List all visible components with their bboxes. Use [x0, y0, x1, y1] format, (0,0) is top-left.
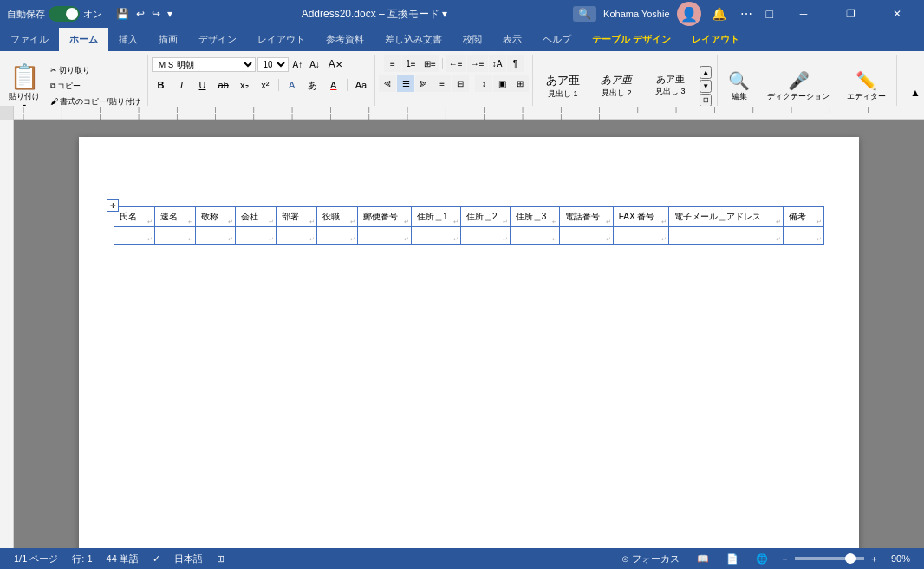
- style-scroll-up-button[interactable]: ▲: [700, 66, 712, 79]
- justify-low-button[interactable]: ⊟: [452, 75, 469, 92]
- share-icon[interactable]: 🔔: [708, 5, 730, 23]
- ribbon-toggle-icon[interactable]: ⋯: [737, 5, 756, 23]
- justify-button[interactable]: ≡: [433, 75, 451, 92]
- undo-qat-button[interactable]: ↩: [133, 6, 148, 22]
- user-avatar[interactable]: 👤: [677, 2, 701, 26]
- page-count[interactable]: 1/1 ページ: [7, 553, 65, 566]
- document-table[interactable]: 氏名速名敬称会社部署役職郵便番号住所＿1住所＿2住所＿3電話番号FAX 番号電子…: [114, 206, 824, 245]
- style-heading3[interactable]: あア亜 見出し 3: [644, 69, 696, 104]
- web-layout-button[interactable]: 🌐: [749, 553, 775, 565]
- autosave-toggle[interactable]: [49, 6, 80, 22]
- proofing-icon[interactable]: ✓: [146, 553, 167, 565]
- table-header[interactable]: 速名: [154, 207, 195, 227]
- font-size-select[interactable]: 10: [257, 57, 289, 72]
- minimize-button[interactable]: ─: [784, 0, 823, 28]
- underline-button[interactable]: U: [193, 75, 212, 95]
- table-cell[interactable]: [195, 227, 236, 245]
- word-count[interactable]: 44 単語: [100, 553, 146, 566]
- tab-参考資料[interactable]: 参考資料: [316, 28, 374, 51]
- table-cell[interactable]: [317, 227, 358, 245]
- bold-button[interactable]: B: [152, 75, 171, 95]
- cut-button[interactable]: ✂ 切り取り: [47, 63, 144, 78]
- text-effects-button[interactable]: A: [283, 75, 302, 95]
- clear-format-button[interactable]: A✕: [324, 55, 347, 74]
- focus-button[interactable]: ⊙ フォーカス: [615, 553, 686, 566]
- table-cell[interactable]: [236, 227, 277, 245]
- align-center-button[interactable]: ☰: [397, 75, 414, 92]
- tab-差し込み文書[interactable]: 差し込み文書: [374, 28, 452, 51]
- zoom-out-button[interactable]: －: [778, 553, 791, 566]
- tab-表示[interactable]: 表示: [492, 28, 532, 51]
- table-cell[interactable]: [114, 227, 155, 245]
- table-header[interactable]: 住所＿3: [510, 207, 559, 227]
- font-color-button[interactable]: A: [324, 75, 343, 95]
- table-header[interactable]: 電話番号: [559, 207, 613, 227]
- line-spacing-button[interactable]: ↕: [475, 75, 492, 92]
- decrease-indent-button[interactable]: ←≡: [446, 55, 466, 72]
- align-left-button[interactable]: ⫷: [379, 75, 396, 92]
- help-icon[interactable]: □: [763, 5, 777, 23]
- search-box[interactable]: 🔍: [573, 6, 596, 22]
- redo-qat-button[interactable]: ↪: [148, 6, 164, 22]
- table-cell[interactable]: [357, 227, 411, 245]
- table-cell[interactable]: [559, 227, 613, 245]
- show-marks-button[interactable]: ¶: [507, 55, 524, 72]
- shading-button[interactable]: ▣: [493, 75, 511, 92]
- table-header[interactable]: 郵便番号: [357, 207, 411, 227]
- language[interactable]: 日本語: [167, 553, 210, 566]
- tab-テーブルデザイン[interactable]: テーブル デザイン: [582, 28, 681, 51]
- tab-ファイル[interactable]: ファイル: [0, 28, 59, 51]
- editor-button[interactable]: ✏️ エディター: [840, 67, 893, 106]
- bullets-button[interactable]: ≡: [384, 55, 401, 72]
- table-header[interactable]: 備考: [784, 207, 824, 227]
- table-cell[interactable]: [613, 227, 668, 245]
- table-header[interactable]: FAX 番号: [613, 207, 668, 227]
- table-cell[interactable]: [510, 227, 559, 245]
- zoom-level[interactable]: 90%: [884, 553, 917, 564]
- highlight-button[interactable]: あ: [303, 75, 322, 95]
- font-name-select[interactable]: ＭＳ 明朝: [152, 57, 256, 72]
- dictation-button[interactable]: 🎤 ディクテーション: [760, 67, 836, 106]
- language-settings-icon[interactable]: ⊞: [210, 553, 231, 565]
- tab-挿入[interactable]: 挿入: [108, 28, 148, 51]
- sort-button[interactable]: ↕A: [489, 55, 506, 72]
- tab-ホーム[interactable]: ホーム: [59, 28, 108, 51]
- table-header[interactable]: 敬称: [195, 207, 236, 227]
- style-heading2[interactable]: あア亜 見出し 2: [590, 69, 642, 104]
- multilevel-button[interactable]: ⊞≡: [420, 55, 439, 72]
- zoom-in-button[interactable]: ＋: [868, 553, 881, 566]
- align-right-button[interactable]: ⫸: [415, 75, 433, 92]
- save-qat-button[interactable]: 💾: [113, 6, 133, 22]
- table-header[interactable]: 住所＿2: [460, 207, 510, 227]
- qat-dropdown-button[interactable]: ▾: [164, 6, 176, 22]
- table-cell[interactable]: [412, 227, 461, 245]
- italic-button[interactable]: I: [172, 75, 192, 95]
- table-cell[interactable]: [154, 227, 195, 245]
- strikethrough-button[interactable]: ab: [214, 75, 233, 95]
- style-heading1[interactable]: あア亜 見出し 1: [537, 69, 589, 104]
- tab-レイアウト[interactable]: レイアウト: [681, 28, 750, 51]
- superscript-button[interactable]: x²: [256, 75, 275, 95]
- print-layout-button[interactable]: 📄: [719, 553, 745, 565]
- table-header[interactable]: 部署: [277, 207, 317, 227]
- change-case-button[interactable]: Aa: [351, 75, 371, 95]
- tab-ヘルプ[interactable]: ヘルプ: [532, 28, 582, 51]
- zoom-slider[interactable]: [795, 557, 864, 560]
- style-scroll-down-button[interactable]: ▼: [700, 80, 712, 93]
- decrease-font-button[interactable]: A↓: [307, 59, 322, 70]
- numbering-button[interactable]: 1≡: [402, 55, 420, 72]
- collapse-ribbon-button[interactable]: ▲: [907, 83, 924, 102]
- table-header[interactable]: 電子メール＿アドレス: [668, 207, 783, 227]
- table-cell[interactable]: [460, 227, 510, 245]
- borders-button[interactable]: ⊞: [511, 75, 529, 92]
- table-header[interactable]: 会社: [236, 207, 277, 227]
- search-editing-button[interactable]: 🔍 編集: [721, 67, 757, 106]
- restore-button[interactable]: ❐: [830, 0, 870, 28]
- tab-レイアウト[interactable]: レイアウト: [247, 28, 316, 51]
- increase-font-button[interactable]: A↑: [290, 59, 306, 70]
- table-cell[interactable]: [668, 227, 783, 245]
- read-mode-button[interactable]: 📖: [690, 553, 716, 565]
- subscript-button[interactable]: x₂: [235, 75, 254, 95]
- tab-デザイン[interactable]: デザイン: [188, 28, 247, 51]
- table-header[interactable]: 役職: [317, 207, 358, 227]
